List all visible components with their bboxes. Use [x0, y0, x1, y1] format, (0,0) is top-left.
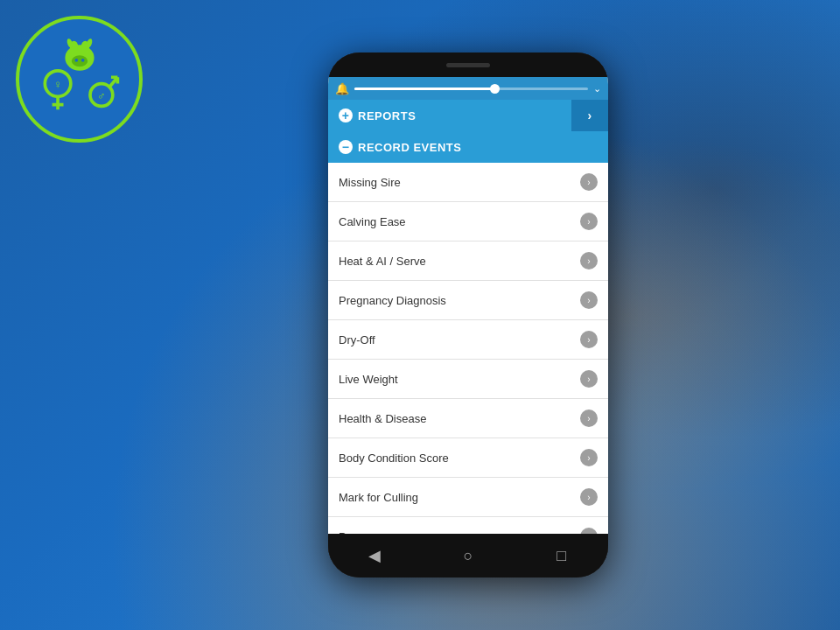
list-item[interactable]: Health & Disease › — [328, 399, 608, 438]
reports-arrow-btn[interactable]: › — [571, 100, 608, 131]
phone-frame: 🔔 ⌄ + REPORTS › − RECORD EVENTS — [328, 52, 608, 578]
list-item[interactable]: Dry-Off › — [328, 320, 608, 360]
phone-speaker — [446, 63, 490, 67]
menu-item-arrow-icon: › — [580, 213, 598, 230]
record-events-collapse-icon[interactable]: − — [339, 140, 353, 154]
menu-item-arrow-icon: › — [580, 449, 598, 466]
back-button[interactable]: ◀ — [361, 542, 388, 569]
menu-item-label: Calving Ease — [339, 215, 406, 228]
list-item[interactable]: Heat & AI / Serve › — [328, 242, 608, 281]
list-item[interactable]: Pregnancy Diagnosis › — [328, 281, 608, 320]
menu-item-label: Body Condition Score — [339, 452, 449, 465]
recent-apps-button[interactable]: □ — [549, 542, 575, 569]
slider-thumb — [490, 84, 500, 94]
menu-item-arrow-icon: › — [580, 528, 598, 534]
status-bar: 🔔 ⌄ — [328, 77, 608, 100]
menu-item-arrow-icon: › — [580, 488, 598, 506]
list-item[interactable]: Calving Ease › — [328, 202, 608, 242]
svg-point-4 — [74, 59, 78, 62]
home-button[interactable]: ○ — [455, 542, 481, 569]
menu-item-arrow-icon: › — [580, 331, 598, 348]
menu-item-arrow-icon: › — [580, 252, 598, 270]
list-item[interactable]: Body Condition Score › — [328, 438, 608, 478]
list-item[interactable]: Purpose › — [328, 517, 608, 534]
phone-nav-bar: ◀ ○ □ — [328, 534, 608, 578]
menu-item-label: Heat & AI / Serve — [339, 255, 426, 268]
svg-text:♀: ♀ — [53, 78, 62, 91]
list-item[interactable]: Mark for Culling › — [328, 478, 608, 517]
menu-item-label: Dry-Off — [339, 333, 375, 346]
chevron-down-icon[interactable]: ⌄ — [593, 83, 601, 94]
bell-icon: 🔔 — [335, 82, 349, 95]
reports-right-arrow: › — [587, 108, 592, 122]
phone-screen: 🔔 ⌄ + REPORTS › − RECORD EVENTS — [328, 77, 608, 534]
app-content[interactable]: + REPORTS › − RECORD EVENTS Missing Sire… — [328, 100, 608, 534]
svg-point-3 — [71, 55, 87, 66]
reports-label: REPORTS — [358, 109, 416, 122]
svg-text:♂: ♂ — [97, 89, 106, 102]
reports-expand-icon[interactable]: + — [339, 108, 353, 122]
menu-item-label: Health & Disease — [339, 412, 426, 425]
record-events-section-header[interactable]: − RECORD EVENTS — [328, 131, 608, 163]
slider-fill — [354, 88, 494, 90]
menu-item-arrow-icon: › — [580, 173, 598, 191]
menu-item-label: Mark for Culling — [339, 491, 418, 504]
record-events-label: RECORD EVENTS — [358, 141, 461, 154]
app-logo: ♀ ♂ — [16, 16, 143, 143]
menu-item-label: Missing Sire — [339, 176, 401, 189]
phone-top-bar — [328, 52, 608, 77]
list-item[interactable]: Live Weight › — [328, 360, 608, 399]
menu-item-arrow-icon: › — [580, 291, 598, 309]
svg-point-5 — [80, 59, 84, 62]
menu-item-arrow-icon: › — [580, 410, 598, 427]
status-slider[interactable] — [354, 88, 588, 90]
menu-item-label: Pregnancy Diagnosis — [339, 294, 446, 307]
list-item[interactable]: Missing Sire › — [328, 163, 608, 202]
reports-section-header[interactable]: + REPORTS › — [328, 100, 608, 131]
menu-item-arrow-icon: › — [580, 370, 598, 388]
menu-item-label: Live Weight — [339, 373, 398, 386]
